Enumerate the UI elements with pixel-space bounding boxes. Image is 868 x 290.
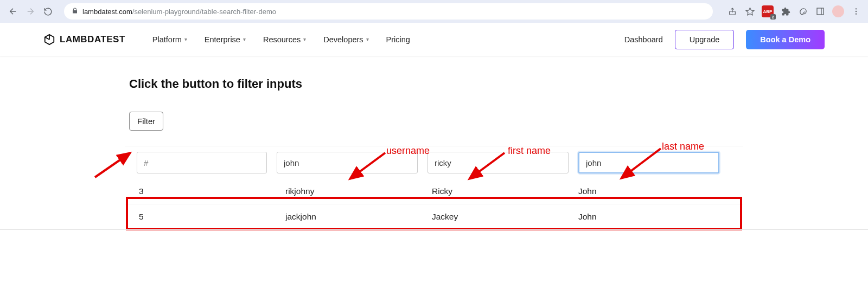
profile-avatar[interactable] bbox=[832, 5, 844, 17]
back-button[interactable] bbox=[7, 5, 20, 18]
adblock-icon[interactable]: ABP 2 bbox=[762, 5, 774, 17]
svg-point-5 bbox=[856, 11, 857, 12]
nav-platform[interactable]: Platform▾ bbox=[152, 35, 187, 44]
site-header: LAMBDATEST Platform▾ Enterprise▾ Resourc… bbox=[0, 23, 868, 56]
main-nav: Platform▾ Enterprise▾ Resources▾ Develop… bbox=[152, 35, 410, 44]
adblock-badge: 2 bbox=[770, 14, 776, 20]
book-demo-button[interactable]: Book a Demo bbox=[746, 30, 825, 49]
nav-enterprise[interactable]: Enterprise▾ bbox=[205, 35, 246, 44]
brand-text: LAMBDATEST bbox=[60, 34, 125, 45]
browser-toolbar: lambdatest.com/selenium-playground/table… bbox=[0, 0, 868, 23]
chevron-down-icon: ▾ bbox=[303, 36, 306, 42]
svg-marker-1 bbox=[746, 8, 754, 15]
lock-icon bbox=[72, 8, 78, 16]
upgrade-button[interactable]: Upgrade bbox=[675, 30, 735, 49]
cell-id: 5 bbox=[139, 212, 285, 222]
browser-actions: ABP 2 bbox=[727, 5, 861, 17]
header-actions: Dashboard Upgrade Book a Demo bbox=[624, 30, 825, 49]
svg-point-6 bbox=[856, 13, 857, 14]
page-heading: Click the button to filter inputs bbox=[129, 77, 743, 91]
share-icon[interactable] bbox=[727, 6, 738, 17]
cell-lastname: John bbox=[578, 186, 719, 196]
url-host: lambdatest.com bbox=[82, 8, 132, 16]
nav-pricing[interactable]: Pricing bbox=[386, 35, 410, 44]
filter-row bbox=[125, 146, 743, 179]
menu-icon[interactable] bbox=[851, 6, 861, 17]
svg-point-4 bbox=[856, 8, 857, 9]
page-content: Click the button to filter inputs Filter… bbox=[0, 56, 868, 230]
reload-button[interactable] bbox=[41, 5, 54, 18]
forward-button[interactable] bbox=[24, 5, 37, 18]
cell-id: 3 bbox=[139, 186, 285, 196]
dashboard-link[interactable]: Dashboard bbox=[624, 35, 663, 44]
panel-icon[interactable] bbox=[815, 6, 826, 17]
extensions-icon[interactable] bbox=[780, 6, 791, 17]
firstname-filter-input[interactable] bbox=[427, 152, 569, 173]
nav-developers[interactable]: Developers▾ bbox=[323, 35, 368, 44]
cell-firstname: Ricky bbox=[432, 186, 578, 196]
svg-rect-2 bbox=[817, 8, 824, 15]
lastname-filter-input[interactable] bbox=[578, 152, 719, 173]
brand-logo[interactable]: LAMBDATEST bbox=[43, 34, 125, 46]
cell-username: rikjohny bbox=[285, 186, 432, 196]
chevron-down-icon: ▾ bbox=[184, 36, 187, 42]
filter-button[interactable]: Filter bbox=[129, 112, 163, 131]
cell-username: jackjohn bbox=[285, 212, 432, 222]
address-bar[interactable]: lambdatest.com/selenium-playground/table… bbox=[64, 3, 713, 20]
url-path: /selenium-playground/table-search-filter… bbox=[132, 8, 276, 16]
id-filter-input[interactable] bbox=[137, 152, 267, 173]
username-filter-input[interactable] bbox=[277, 152, 418, 173]
cell-lastname: John bbox=[578, 212, 719, 222]
table-row: 3 rikjohny Ricky John bbox=[125, 179, 743, 204]
table-row: 5 jackjohn Jackey John bbox=[125, 204, 743, 230]
chevron-down-icon: ▾ bbox=[366, 36, 369, 42]
leaf-icon[interactable] bbox=[797, 6, 808, 17]
nav-resources[interactable]: Resources▾ bbox=[263, 35, 306, 44]
cell-firstname: Jackey bbox=[432, 212, 578, 222]
chevron-down-icon: ▾ bbox=[243, 36, 246, 42]
star-icon[interactable] bbox=[744, 6, 755, 17]
divider bbox=[0, 229, 868, 230]
